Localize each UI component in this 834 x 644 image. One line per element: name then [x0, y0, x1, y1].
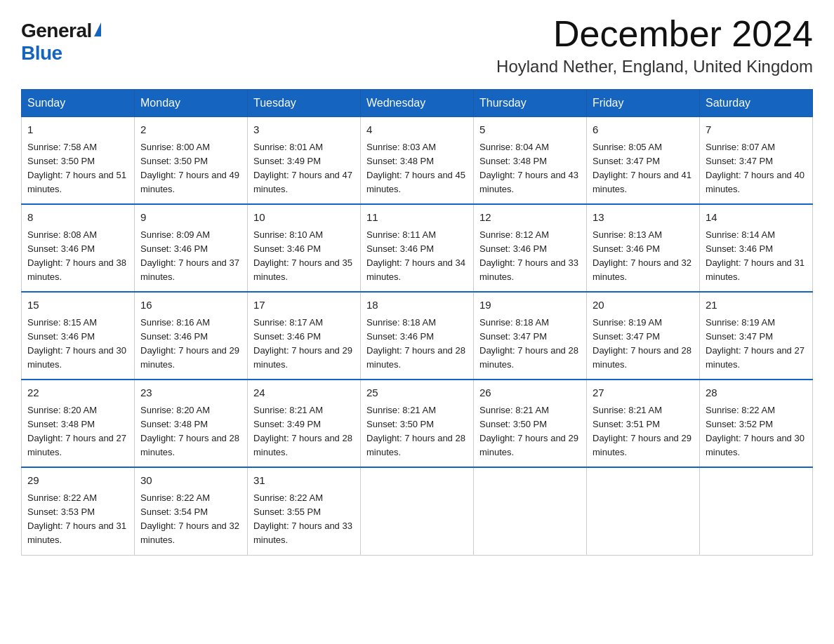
day-info: Sunrise: 8:17 AMSunset: 3:46 PMDaylight:… — [253, 317, 352, 370]
calendar-cell: 13Sunrise: 8:13 AMSunset: 3:46 PMDayligh… — [587, 204, 700, 292]
calendar-cell: 11Sunrise: 8:11 AMSunset: 3:46 PMDayligh… — [361, 204, 474, 292]
calendar-cell — [361, 467, 474, 555]
calendar-cell: 28Sunrise: 8:22 AMSunset: 3:52 PMDayligh… — [700, 380, 813, 467]
day-number: 29 — [27, 473, 128, 489]
calendar-cell — [474, 467, 587, 555]
day-number: 5 — [479, 122, 581, 138]
logo: General Blue — [21, 20, 101, 65]
day-info: Sunrise: 8:09 AMSunset: 3:46 PMDaylight:… — [140, 229, 239, 282]
day-number: 28 — [706, 385, 807, 401]
weekday-header-row: SundayMondayTuesdayWednesdayThursdayFrid… — [22, 90, 813, 117]
day-info: Sunrise: 8:19 AMSunset: 3:47 PMDaylight:… — [593, 317, 691, 370]
day-number: 8 — [27, 210, 128, 226]
calendar-cell: 17Sunrise: 8:17 AMSunset: 3:46 PMDayligh… — [248, 292, 361, 380]
day-number: 7 — [706, 122, 807, 138]
calendar-cell: 6Sunrise: 8:05 AMSunset: 3:47 PMDaylight… — [587, 117, 700, 205]
day-info: Sunrise: 8:16 AMSunset: 3:46 PMDaylight:… — [140, 317, 239, 370]
weekday-header-monday: Monday — [135, 90, 248, 117]
day-info: Sunrise: 8:20 AMSunset: 3:48 PMDaylight:… — [27, 405, 126, 457]
location-title: Hoyland Nether, England, United Kingdom — [496, 57, 813, 76]
calendar-cell: 16Sunrise: 8:16 AMSunset: 3:46 PMDayligh… — [135, 292, 248, 380]
calendar-cell: 4Sunrise: 8:03 AMSunset: 3:48 PMDaylight… — [361, 117, 474, 205]
day-number: 16 — [140, 297, 241, 314]
calendar-cell: 18Sunrise: 8:18 AMSunset: 3:46 PMDayligh… — [361, 292, 474, 380]
day-info: Sunrise: 8:18 AMSunset: 3:46 PMDaylight:… — [366, 317, 465, 370]
calendar-cell: 26Sunrise: 8:21 AMSunset: 3:50 PMDayligh… — [474, 380, 587, 467]
day-number: 17 — [253, 297, 355, 314]
day-info: Sunrise: 8:22 AMSunset: 3:54 PMDaylight:… — [140, 492, 239, 545]
calendar-cell: 14Sunrise: 8:14 AMSunset: 3:46 PMDayligh… — [700, 204, 813, 292]
day-info: Sunrise: 8:21 AMSunset: 3:49 PMDaylight:… — [253, 405, 352, 457]
calendar-cell: 15Sunrise: 8:15 AMSunset: 3:46 PMDayligh… — [22, 292, 135, 380]
logo-triangle-icon — [94, 22, 101, 36]
day-number: 31 — [253, 473, 355, 489]
day-number: 13 — [593, 210, 694, 226]
day-info: Sunrise: 8:14 AMSunset: 3:46 PMDaylight:… — [706, 229, 805, 282]
day-number: 14 — [706, 210, 807, 226]
weekday-header-tuesday: Tuesday — [248, 90, 361, 117]
day-number: 6 — [593, 122, 694, 138]
day-number: 11 — [366, 210, 468, 226]
calendar-week-row: 29Sunrise: 8:22 AMSunset: 3:53 PMDayligh… — [22, 467, 813, 555]
day-info: Sunrise: 7:58 AMSunset: 3:50 PMDaylight:… — [27, 142, 126, 194]
weekday-header-friday: Friday — [587, 90, 700, 117]
day-info: Sunrise: 8:20 AMSunset: 3:48 PMDaylight:… — [140, 405, 239, 457]
day-info: Sunrise: 8:21 AMSunset: 3:50 PMDaylight:… — [366, 405, 465, 457]
day-number: 23 — [140, 385, 241, 401]
calendar-cell: 2Sunrise: 8:00 AMSunset: 3:50 PMDaylight… — [135, 117, 248, 205]
calendar-cell: 21Sunrise: 8:19 AMSunset: 3:47 PMDayligh… — [700, 292, 813, 380]
day-number: 20 — [593, 297, 694, 314]
calendar-table: SundayMondayTuesdayWednesdayThursdayFrid… — [21, 89, 813, 555]
day-info: Sunrise: 8:22 AMSunset: 3:53 PMDaylight:… — [27, 492, 126, 545]
day-info: Sunrise: 8:00 AMSunset: 3:50 PMDaylight:… — [140, 142, 239, 194]
day-number: 4 — [366, 122, 468, 138]
day-info: Sunrise: 8:04 AMSunset: 3:48 PMDaylight:… — [479, 142, 578, 194]
day-info: Sunrise: 8:21 AMSunset: 3:51 PMDaylight:… — [593, 405, 691, 457]
calendar-week-row: 8Sunrise: 8:08 AMSunset: 3:46 PMDaylight… — [22, 204, 813, 292]
day-info: Sunrise: 8:22 AMSunset: 3:52 PMDaylight:… — [706, 405, 805, 457]
day-number: 18 — [366, 297, 468, 314]
day-info: Sunrise: 8:21 AMSunset: 3:50 PMDaylight:… — [479, 405, 578, 457]
day-number: 24 — [253, 385, 355, 401]
calendar-cell: 19Sunrise: 8:18 AMSunset: 3:47 PMDayligh… — [474, 292, 587, 380]
day-number: 21 — [706, 297, 807, 314]
day-number: 30 — [140, 473, 241, 489]
calendar-cell: 12Sunrise: 8:12 AMSunset: 3:46 PMDayligh… — [474, 204, 587, 292]
day-number: 19 — [479, 297, 581, 314]
calendar-cell: 23Sunrise: 8:20 AMSunset: 3:48 PMDayligh… — [135, 380, 248, 467]
calendar-cell: 22Sunrise: 8:20 AMSunset: 3:48 PMDayligh… — [22, 380, 135, 467]
day-number: 22 — [27, 385, 128, 401]
day-number: 9 — [140, 210, 241, 226]
calendar-cell: 29Sunrise: 8:22 AMSunset: 3:53 PMDayligh… — [22, 467, 135, 555]
month-title: December 2024 — [496, 14, 813, 54]
title-area: December 2024 Hoyland Nether, England, U… — [496, 14, 813, 76]
header: General Blue December 2024 Hoyland Nethe… — [21, 14, 813, 76]
day-number: 25 — [366, 385, 468, 401]
day-info: Sunrise: 8:22 AMSunset: 3:55 PMDaylight:… — [253, 492, 352, 545]
day-info: Sunrise: 8:11 AMSunset: 3:46 PMDaylight:… — [366, 229, 465, 282]
weekday-header-saturday: Saturday — [700, 90, 813, 117]
day-info: Sunrise: 8:18 AMSunset: 3:47 PMDaylight:… — [479, 317, 578, 370]
calendar-cell: 20Sunrise: 8:19 AMSunset: 3:47 PMDayligh… — [587, 292, 700, 380]
calendar-week-row: 15Sunrise: 8:15 AMSunset: 3:46 PMDayligh… — [22, 292, 813, 380]
calendar-cell — [700, 467, 813, 555]
day-info: Sunrise: 8:01 AMSunset: 3:49 PMDaylight:… — [253, 142, 352, 194]
weekday-header-sunday: Sunday — [22, 90, 135, 117]
day-number: 1 — [27, 122, 128, 138]
day-info: Sunrise: 8:12 AMSunset: 3:46 PMDaylight:… — [479, 229, 578, 282]
day-info: Sunrise: 8:10 AMSunset: 3:46 PMDaylight:… — [253, 229, 352, 282]
logo-general: General — [21, 20, 92, 42]
day-info: Sunrise: 8:08 AMSunset: 3:46 PMDaylight:… — [27, 229, 126, 282]
day-info: Sunrise: 8:15 AMSunset: 3:46 PMDaylight:… — [27, 317, 126, 370]
day-number: 3 — [253, 122, 355, 138]
day-info: Sunrise: 8:05 AMSunset: 3:47 PMDaylight:… — [593, 142, 691, 194]
calendar-cell: 30Sunrise: 8:22 AMSunset: 3:54 PMDayligh… — [135, 467, 248, 555]
calendar-cell: 27Sunrise: 8:21 AMSunset: 3:51 PMDayligh… — [587, 380, 700, 467]
calendar-cell: 1Sunrise: 7:58 AMSunset: 3:50 PMDaylight… — [22, 117, 135, 205]
weekday-header-wednesday: Wednesday — [361, 90, 474, 117]
calendar-cell: 25Sunrise: 8:21 AMSunset: 3:50 PMDayligh… — [361, 380, 474, 467]
calendar-cell: 9Sunrise: 8:09 AMSunset: 3:46 PMDaylight… — [135, 204, 248, 292]
calendar-cell: 8Sunrise: 8:08 AMSunset: 3:46 PMDaylight… — [22, 204, 135, 292]
calendar-cell — [587, 467, 700, 555]
calendar-cell: 24Sunrise: 8:21 AMSunset: 3:49 PMDayligh… — [248, 380, 361, 467]
